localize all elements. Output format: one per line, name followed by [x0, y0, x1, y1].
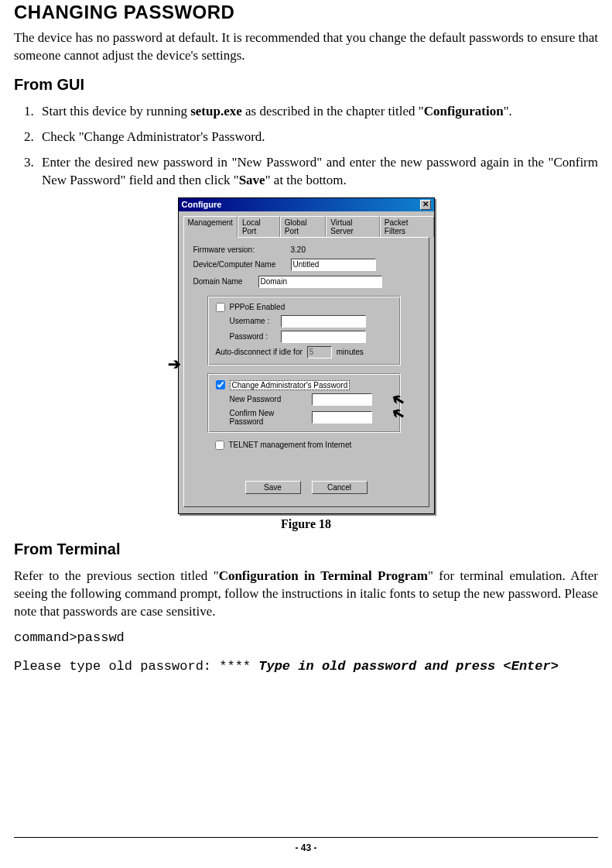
dialog-title: Configure: [182, 200, 222, 209]
intro-paragraph: The device has no password at default. I…: [14, 29, 598, 65]
telnet-checkbox[interactable]: [215, 441, 224, 450]
tab-virtual-server[interactable]: Virtual Server: [326, 216, 380, 237]
pppoe-checkbox[interactable]: [216, 303, 225, 312]
pppoe-password-input[interactable]: [281, 331, 366, 343]
pppoe-username-input[interactable]: [281, 315, 366, 328]
domain-input[interactable]: [258, 276, 382, 288]
tab-global-port[interactable]: Global Port: [280, 216, 327, 237]
confirmpw-input[interactable]: [312, 411, 372, 424]
changepw-label: Change Administrator's Password: [230, 380, 350, 390]
telnet-label: TELNET management from Internet: [229, 441, 352, 449]
step-2: Check "Change Administrator's Password.: [37, 129, 598, 146]
pppoe-groupbox: PPPoE Enabled Username : Password : Auto…: [207, 296, 401, 365]
dialog-screenshot-wrap: ➔ Configure ✕ Management Local Port Glob…: [14, 197, 598, 514]
arrow-icon: ➔: [168, 355, 181, 373]
heading-from-terminal: From Terminal: [14, 540, 598, 558]
terminal-paragraph: Refer to the previous section titled "Co…: [14, 568, 598, 621]
newpw-label: New Password: [230, 395, 307, 403]
pppoe-password-label: Password :: [230, 332, 276, 341]
configure-dialog: ➔ Configure ✕ Management Local Port Glob…: [178, 197, 435, 514]
figure-caption: Figure 18: [14, 517, 598, 531]
heading-from-gui: From GUI: [14, 76, 598, 94]
changepw-groupbox: ➔ ➔ Change Administrator's Password New …: [207, 373, 401, 433]
devname-label: Device/Computer Name: [193, 260, 285, 269]
heading-changing-password: CHANGING PASSWORD: [14, 2, 598, 23]
confirmpw-label: Confirm New Password: [230, 409, 307, 426]
footer-rule: [14, 837, 598, 838]
management-panel: Firmware version: 3.20 Device/Computer N…: [183, 237, 429, 507]
tab-packet-filters[interactable]: Packet Filters: [380, 216, 434, 237]
changepw-checkbox[interactable]: [216, 380, 225, 389]
dialog-titlebar: Configure ✕: [179, 198, 434, 211]
step-3: Enter the desired new password in "New P…: [37, 154, 598, 190]
step-1: Start this device by running setup.exe a…: [37, 103, 598, 121]
close-icon[interactable]: ✕: [420, 200, 431, 210]
command-old-password: Please type old password: **** Type in o…: [14, 658, 598, 676]
firmware-value: 3.20: [291, 245, 306, 254]
pppoe-label: PPPoE Enabled: [230, 303, 285, 311]
dialog-tabs: Management Local Port Global Port Virtua…: [179, 216, 434, 237]
domain-label: Domain Name: [193, 277, 252, 286]
autodisc-pre: Auto-disconnect if idle for: [216, 348, 303, 356]
newpw-input[interactable]: [312, 393, 372, 406]
page-number: - 43 -: [14, 842, 598, 853]
cancel-button[interactable]: Cancel: [312, 481, 368, 494]
autodisc-input[interactable]: [307, 346, 332, 359]
pppoe-username-label: Username :: [230, 317, 276, 325]
gui-steps-list: Start this device by running setup.exe a…: [14, 103, 598, 190]
command-passwd: command>passwd: [14, 630, 598, 647]
tab-local-port[interactable]: Local Port: [238, 216, 280, 237]
save-button[interactable]: Save: [245, 481, 301, 494]
devname-input[interactable]: [291, 259, 376, 271]
tab-management[interactable]: Management: [183, 216, 238, 238]
autodisc-post: minutes: [337, 348, 364, 356]
firmware-label: Firmware version:: [193, 245, 285, 254]
